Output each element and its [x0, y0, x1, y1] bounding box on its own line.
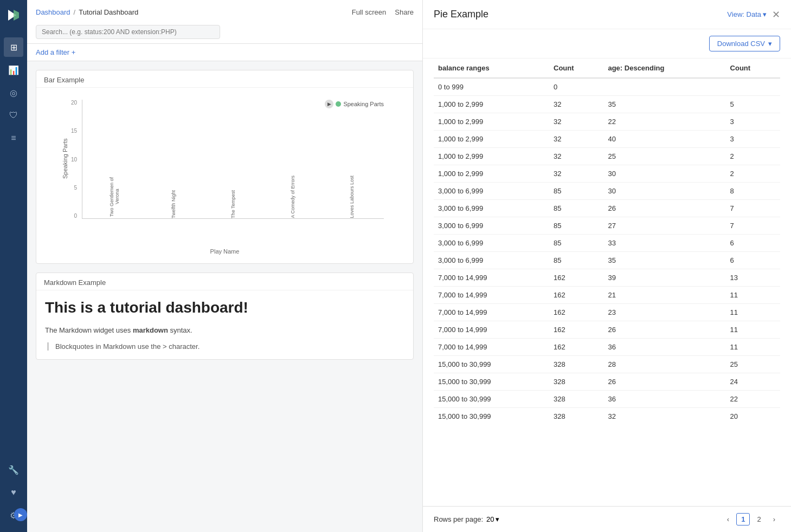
- table-cell-balance_ranges: 15,000 to 30,999: [434, 373, 549, 391]
- panel-toolbar: Download CSV ▾: [423, 29, 791, 59]
- share-button[interactable]: Share: [395, 8, 414, 16]
- table-cell-balance_ranges: 7,000 to 14,999: [434, 304, 549, 321]
- table-row: 1,000 to 2,99932355: [434, 96, 780, 113]
- pagination: Rows per page: 20 ▾ ‹ 1 2 ›: [423, 506, 791, 532]
- table-cell-count1: 32: [549, 165, 603, 183]
- table-row: 15,000 to 30,9993282825: [434, 356, 780, 373]
- add-filter-button[interactable]: Add a filter +: [36, 48, 75, 56]
- fullscreen-button[interactable]: Full screen: [352, 8, 387, 16]
- data-table: balance ranges Count age: Descending Cou…: [434, 59, 780, 425]
- table-cell-balance_ranges: 15,000 to 30,999: [434, 356, 549, 373]
- table-cell-count1: 162: [549, 287, 603, 304]
- table-cell-count1: 0: [549, 78, 603, 96]
- table-cell-count2: 3: [726, 131, 780, 148]
- markdown-blockquote: Blockquotes in Markdown use the > charac…: [47, 342, 404, 351]
- table-cell-balance_ranges: 15,000 to 30,999: [434, 408, 549, 425]
- filter-bar: Add a filter +: [27, 44, 422, 61]
- table-cell-age_desc: 25: [603, 148, 725, 165]
- chevron-down-icon: ▾: [763, 10, 767, 18]
- table-cell-balance_ranges: 1,000 to 2,999: [434, 148, 549, 165]
- table-cell-count1: 328: [549, 356, 603, 373]
- markdown-bold: markdown: [133, 326, 168, 334]
- download-csv-button[interactable]: Download CSV ▾: [709, 36, 780, 51]
- table-cell-age_desc: 22: [603, 113, 725, 131]
- table-cell-count1: 162: [549, 339, 603, 356]
- rows-per-page-dropdown[interactable]: 20 ▾: [486, 515, 499, 523]
- chart-icon[interactable]: 📊: [4, 60, 23, 80]
- heart-icon[interactable]: ♥: [4, 483, 23, 502]
- legend-label: Speaking Parts: [343, 101, 384, 107]
- col-count2: Count: [726, 59, 780, 78]
- table-cell-balance_ranges: 15,000 to 30,999: [434, 391, 549, 408]
- prev-page-button[interactable]: ‹: [722, 513, 734, 525]
- table-cell-balance_ranges: 3,000 to 6,999: [434, 217, 549, 235]
- table-cell-age_desc: 40: [603, 131, 725, 148]
- breadcrumb-dashboard-link[interactable]: Dashboard: [36, 8, 70, 16]
- table-cell-count2: 8: [726, 183, 780, 200]
- table-cell-balance_ranges: 0 to 999: [434, 78, 549, 96]
- table-cell-count2: 3: [726, 113, 780, 131]
- table-cell-age_desc: 21: [603, 287, 725, 304]
- col-balance-ranges: balance ranges: [434, 59, 549, 78]
- table-cell-age_desc: 26: [603, 373, 725, 391]
- table-cell-count2: 11: [726, 321, 780, 339]
- table-cell-balance_ranges: 1,000 to 2,999: [434, 165, 549, 183]
- table-row: 7,000 to 14,9991622311: [434, 304, 780, 321]
- rows-per-page-label: Rows per page:: [434, 515, 483, 523]
- table-cell-age_desc: 36: [603, 339, 725, 356]
- table-row: 7,000 to 14,9991622111: [434, 287, 780, 304]
- page-2-button[interactable]: 2: [752, 513, 766, 525]
- sidebar: ⊞ 📊 ◎ 🛡 ≡ 🔧 ♥ ⚙: [0, 0, 27, 532]
- table-row: 7,000 to 14,9991623913: [434, 269, 780, 287]
- table-cell-age_desc: 36: [603, 391, 725, 408]
- table-row: 3,000 to 6,99985336: [434, 235, 780, 252]
- table-cell-count2: [726, 78, 780, 96]
- table-cell-balance_ranges: 1,000 to 2,999: [434, 131, 549, 148]
- table-cell-count1: 32: [549, 96, 603, 113]
- logo: [4, 5, 23, 25]
- markdown-widget-title: Markdown Example: [36, 273, 413, 290]
- table-cell-count1: 162: [549, 321, 603, 339]
- wrench-icon[interactable]: 🔧: [4, 460, 23, 479]
- markdown-body: This is a tutorial dashboard! The Markdo…: [36, 290, 413, 359]
- table-row: 3,000 to 6,99985356: [434, 252, 780, 269]
- breadcrumb: Dashboard / Tutorial Dashboard: [36, 8, 138, 16]
- list-icon[interactable]: ≡: [4, 128, 23, 148]
- right-panel: Pie Example View: Data ▾ ✕ Download CSV …: [422, 0, 791, 532]
- circle-icon[interactable]: ◎: [4, 83, 23, 102]
- bars-area: Two Gentlemen of Verona Twelfth Night Th…: [82, 100, 384, 219]
- table-row: 3,000 to 6,99985308: [434, 183, 780, 200]
- table-cell-age_desc: 35: [603, 96, 725, 113]
- bar-chart-body: Speaking Parts 20 15 10 5 0 Two Gentleme…: [36, 88, 413, 263]
- table-cell-count2: 7: [726, 200, 780, 217]
- close-button[interactable]: ✕: [772, 10, 780, 20]
- table-cell-count2: 5: [726, 96, 780, 113]
- table-cell-count2: 20: [726, 408, 780, 425]
- table-row: 3,000 to 6,99985277: [434, 217, 780, 235]
- legend-toggle[interactable]: ▶: [325, 100, 333, 108]
- home-icon[interactable]: ⊞: [4, 37, 23, 57]
- table-cell-age_desc: [603, 78, 725, 96]
- table-cell-count2: 6: [726, 252, 780, 269]
- table-row: 15,000 to 30,9993283622: [434, 391, 780, 408]
- table-cell-count2: 2: [726, 148, 780, 165]
- shield-icon[interactable]: 🛡: [4, 106, 23, 125]
- table-cell-count2: 24: [726, 373, 780, 391]
- table-cell-balance_ranges: 1,000 to 2,999: [434, 96, 549, 113]
- table-cell-count1: 328: [549, 391, 603, 408]
- table-cell-balance_ranges: 7,000 to 14,999: [434, 269, 549, 287]
- table-cell-age_desc: 26: [603, 200, 725, 217]
- table-row: 1,000 to 2,99932252: [434, 148, 780, 165]
- table-row: 3,000 to 6,99985267: [434, 200, 780, 217]
- table-row: 7,000 to 14,9991623611: [434, 339, 780, 356]
- search-input[interactable]: [36, 25, 220, 39]
- table-cell-age_desc: 26: [603, 321, 725, 339]
- data-table-container: balance ranges Count age: Descending Cou…: [423, 59, 791, 506]
- table-cell-count1: 85: [549, 200, 603, 217]
- page-1-button[interactable]: 1: [736, 513, 750, 525]
- chevron-down-icon-download: ▾: [768, 40, 772, 48]
- table-cell-count2: 7: [726, 217, 780, 235]
- expand-button[interactable]: ▶: [14, 508, 27, 521]
- view-data-button[interactable]: View: Data ▾: [727, 10, 767, 18]
- next-page-button[interactable]: ›: [768, 513, 780, 525]
